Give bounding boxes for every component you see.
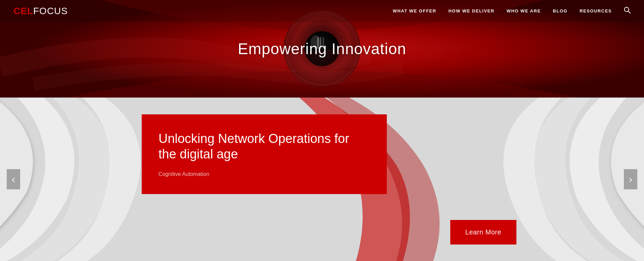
- logo[interactable]: CEL FOCUS: [13, 6, 68, 16]
- nav-what-we-offer[interactable]: WHAT WE OFFER: [393, 8, 436, 13]
- chevron-right-icon: ›: [629, 174, 632, 185]
- logo-focus: FOCUS: [33, 6, 68, 16]
- svg-line-1: [628, 11, 630, 13]
- content-card: Unlocking Network Operations for the dig…: [142, 114, 387, 194]
- logo-cel: CEL: [13, 6, 33, 16]
- nav-resources[interactable]: RESOURCES: [580, 8, 612, 13]
- nav-how-we-deliver[interactable]: HOW WE DELIVER: [448, 8, 494, 13]
- hero-title: Empowering Innovation: [238, 40, 406, 58]
- card-title: Unlocking Network Operations for the dig…: [158, 131, 370, 162]
- navbar: CEL FOCUS WHAT WE OFFER HOW WE DELIVER W…: [0, 0, 644, 22]
- chevron-left-icon: ‹: [12, 174, 15, 185]
- search-icon[interactable]: [624, 7, 631, 15]
- nav-who-we-are[interactable]: WHO WE ARE: [507, 8, 541, 13]
- nav-links: WHAT WE OFFER HOW WE DELIVER WHO WE ARE …: [393, 7, 631, 15]
- learn-more-button[interactable]: Learn More: [450, 220, 516, 245]
- hero-bottom-section: Unlocking Network Operations for the dig…: [0, 98, 644, 261]
- card-subtitle: Cognitive Automation: [158, 171, 370, 177]
- carousel-prev-button[interactable]: ‹: [7, 169, 20, 189]
- carousel-next-button[interactable]: ›: [624, 169, 637, 189]
- nav-blog[interactable]: BLOG: [553, 8, 568, 13]
